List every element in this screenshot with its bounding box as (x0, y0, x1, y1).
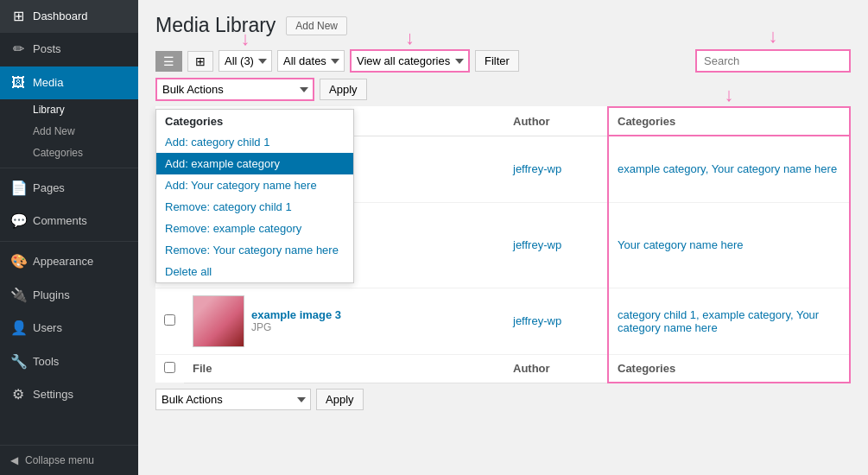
sidebar-label-add-new: Add New (33, 124, 75, 139)
footer-author-col: Author (504, 354, 608, 383)
divider-1 (0, 168, 138, 168)
main-content: Media Library Add New ☰ ⊞ ↓ All (3) All … (138, 0, 868, 475)
sidebar-label-pages: Pages (33, 180, 65, 196)
bottom-bulk-actions-select[interactable]: Bulk Actions (155, 389, 311, 410)
sidebar-item-settings[interactable]: ⚙ Settings (0, 378, 138, 411)
all-items-select[interactable]: All (3) (219, 50, 272, 72)
sidebar-label-posts: Posts (33, 41, 61, 57)
sidebar-item-dashboard[interactable]: ⊞ Dashboard (0, 0, 138, 33)
top-apply-button[interactable]: Apply (320, 79, 367, 100)
collapse-label: Collapse menu (25, 454, 94, 466)
row1-author[interactable]: jeffrey-wp (513, 162, 561, 175)
filter-button[interactable]: Filter (475, 50, 519, 72)
sidebar-label-comments: Comments (33, 213, 87, 229)
users-icon: 👤 (10, 319, 26, 338)
search-wrapper: ↓ (695, 49, 851, 73)
media-icon: 🖼 (10, 73, 26, 92)
sidebar-item-plugins[interactable]: 🔌 Plugins (0, 279, 138, 312)
row2-author[interactable]: jeffrey-wp (513, 238, 561, 251)
top-bulk-bar: Bulk Actions Apply Categories Add: categ… (155, 78, 851, 101)
bulk-actions-wrapper: Bulk Actions (155, 78, 314, 101)
sidebar-item-appearance[interactable]: 🎨 Appearance (0, 245, 138, 278)
dropdown-item-5[interactable]: Remove: Your category name here (156, 239, 353, 261)
sidebar: ⊞ Dashboard ✏ Posts 🖼 Media Library Add … (0, 0, 138, 475)
row3-filetype: JPG (251, 321, 341, 333)
page-header: Media Library Add New (138, 0, 868, 44)
dropdown-item-2[interactable]: Add: Your category name here (156, 174, 353, 196)
toolbar: ☰ ⊞ ↓ All (3) All dates ↓ View all categ… (138, 44, 868, 78)
footer-checkbox[interactable] (164, 362, 175, 373)
sidebar-item-categories-sub[interactable]: Categories (33, 142, 138, 164)
row3-categories: category child 1, example category, Your… (618, 308, 819, 334)
all-dates-select[interactable]: All dates (277, 50, 345, 72)
bottom-apply-button[interactable]: Apply (316, 389, 364, 410)
dropdown-item-1[interactable]: Add: example category (156, 153, 353, 174)
sidebar-label-media: Media (33, 75, 63, 91)
footer-file-col: File (184, 354, 504, 383)
dropdown-header: Categories (156, 110, 353, 131)
pages-icon: 📄 (10, 179, 26, 198)
dashboard-icon: ⊞ (10, 7, 26, 26)
sidebar-item-posts[interactable]: ✏ Posts (0, 33, 138, 66)
dropdown-item-3[interactable]: Remove: category child 1 (156, 196, 353, 218)
sidebar-label-appearance: Appearance (33, 254, 93, 269)
sidebar-label-plugins: Plugins (33, 288, 70, 303)
row3-categories-cell: category child 1, example category, Your… (608, 288, 850, 354)
list-view-button[interactable]: ☰ (155, 51, 182, 72)
row2-categories: Your category name here (618, 238, 744, 251)
sidebar-item-pages[interactable]: 📄 Pages (0, 172, 138, 205)
dropdown-item-0[interactable]: Add: category child 1 (156, 131, 353, 153)
plugins-icon: 🔌 (10, 286, 26, 305)
table-row: example image 3 JPG jeffrey-wp category … (155, 288, 850, 354)
grid-view-button[interactable]: ⊞ (187, 51, 213, 72)
sidebar-label-tools: Tools (33, 354, 59, 370)
sidebar-item-library[interactable]: Library (33, 99, 138, 121)
grid-view-icon: ⊞ (195, 54, 206, 68)
row3-author[interactable]: jeffrey-wp (513, 314, 561, 327)
sidebar-label-settings: Settings (33, 387, 73, 402)
row3-file-cell: example image 3 JPG (184, 288, 504, 354)
sidebar-item-users[interactable]: 👤 Users (0, 312, 138, 345)
appearance-icon: 🎨 (10, 252, 26, 271)
row3-author-cell: jeffrey-wp (504, 288, 608, 354)
sidebar-item-tools[interactable]: 🔧 Tools (0, 345, 138, 378)
sidebar-item-add-new[interactable]: Add New (33, 121, 138, 142)
view-all-categories-select[interactable]: View all categories (352, 51, 468, 71)
add-new-button[interactable]: Add New (286, 16, 347, 35)
bulk-dropdown-menu: Categories Add: category child 1 Add: ex… (155, 109, 354, 283)
sidebar-label-library: Library (33, 103, 65, 117)
th-author: Author (504, 107, 608, 136)
sidebar-item-comments[interactable]: 💬 Comments (0, 205, 138, 238)
sidebar-item-media[interactable]: 🖼 Media (0, 66, 138, 99)
row3-filename[interactable]: example image 3 (251, 308, 341, 321)
row1-categories-cell: example category, Your category name her… (608, 136, 850, 202)
row1-author-cell: jeffrey-wp (504, 136, 608, 202)
bulk-actions-select[interactable]: Bulk Actions (157, 79, 313, 99)
media-submenu: Library Add New Categories (0, 99, 138, 163)
row2-categories-cell: Your category name here (608, 202, 850, 288)
table-footer-row: File Author Categories (155, 354, 850, 383)
dropdown-item-4[interactable]: Remove: example category (156, 218, 353, 239)
posts-icon: ✏ (10, 40, 26, 59)
collapse-menu[interactable]: ◀ Collapse menu (0, 445, 138, 475)
th-categories: ↓ Categories (608, 107, 850, 136)
dropdown-item-6[interactable]: Delete all (156, 261, 353, 282)
row2-author-cell: jeffrey-wp (504, 202, 608, 288)
search-input[interactable] (695, 49, 851, 73)
row3-thumbnail (193, 295, 244, 347)
table-area: Bulk Actions Apply Categories Add: categ… (138, 78, 868, 475)
sidebar-label-users: Users (33, 320, 62, 336)
row3-checkbox-cell (155, 288, 184, 354)
sidebar-label-dashboard: Dashboard (33, 9, 88, 24)
list-view-icon: ☰ (163, 54, 174, 68)
sidebar-label-categories-sub: Categories (33, 146, 83, 161)
comments-icon: 💬 (10, 212, 26, 231)
page-title: Media Library (155, 14, 276, 37)
footer-checkbox-cell (155, 354, 184, 383)
row3-checkbox[interactable] (164, 314, 175, 326)
bottom-bulk-bar: Bulk Actions Apply (155, 389, 851, 410)
row1-categories: example category, Your category name her… (618, 162, 837, 175)
divider-2 (0, 241, 138, 242)
settings-icon: ⚙ (10, 385, 26, 404)
collapse-arrow-icon: ◀ (10, 454, 18, 466)
